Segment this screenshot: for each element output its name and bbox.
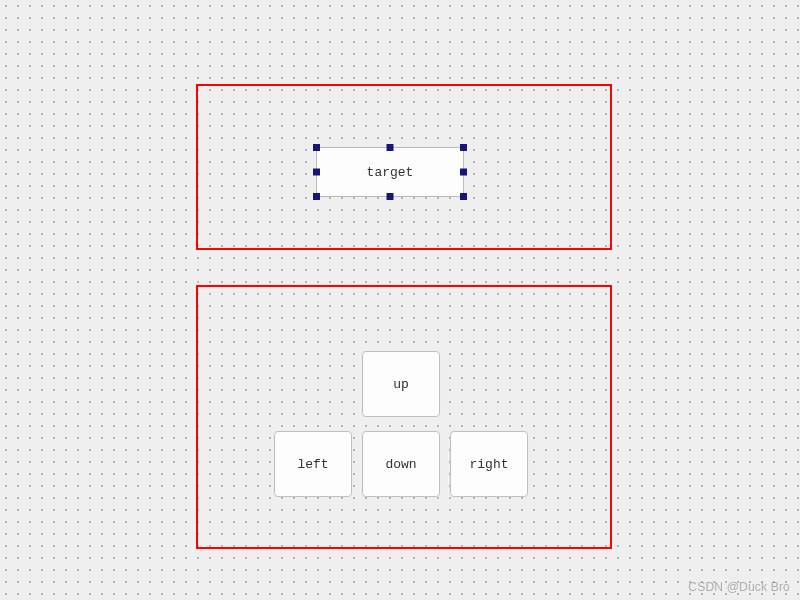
watermark: CSDN @Duck Bro [688,580,790,594]
resize-handle-top-center[interactable] [387,144,394,151]
up-button[interactable]: up [362,351,440,417]
resize-handle-top-right[interactable] [460,144,467,151]
up-button-label: up [393,377,409,392]
left-button-label: left [297,457,328,472]
resize-handle-middle-right[interactable] [460,169,467,176]
target-widget[interactable]: target [316,147,464,197]
bottom-container [196,285,612,549]
resize-handle-bottom-right[interactable] [460,193,467,200]
target-label: target [367,165,414,180]
resize-handle-bottom-left[interactable] [313,193,320,200]
resize-handle-top-left[interactable] [313,144,320,151]
down-button-label: down [385,457,416,472]
down-button[interactable]: down [362,431,440,497]
resize-handle-bottom-center[interactable] [387,193,394,200]
left-button[interactable]: left [274,431,352,497]
resize-handle-middle-left[interactable] [313,169,320,176]
right-button-label: right [469,457,508,472]
right-button[interactable]: right [450,431,528,497]
